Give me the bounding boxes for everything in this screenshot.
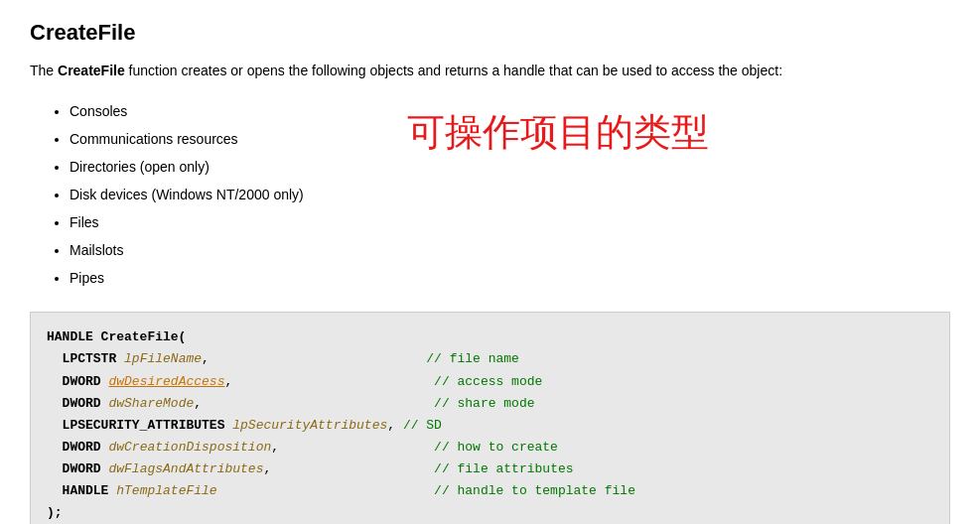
code-param-6: DWORD dwFlagsAndAttributes, // file attr…: [47, 458, 933, 480]
list-item: Disk devices (Windows NT/2000 only): [70, 181, 950, 208]
code-param-1: LPCTSTR lpFileName, // file name: [47, 348, 933, 370]
list-section: Consoles Communications resources Direct…: [30, 97, 950, 292]
intro-text-after: function creates or opens the following …: [125, 63, 782, 78]
code-param-2: DWORD dwDesiredAccess, // access mode: [47, 371, 933, 393]
intro-text-before: The: [30, 63, 58, 78]
page-title: CreateFile: [30, 20, 950, 46]
code-param-7: HANDLE hTemplateFile // handle to templa…: [47, 480, 933, 502]
intro-paragraph: The CreateFile function creates or opens…: [30, 60, 950, 81]
chinese-label: 可操作项目的类型: [407, 107, 709, 158]
code-close: );: [47, 502, 933, 524]
code-block: HANDLE CreateFile( LPCTSTR lpFileName, /…: [30, 312, 950, 524]
list-item: Pipes: [70, 264, 950, 292]
intro-bold: CreateFile: [58, 63, 125, 78]
code-function-signature: HANDLE CreateFile(: [47, 327, 933, 348]
code-param-5: DWORD dwCreationDisposition, // how to c…: [47, 437, 933, 458]
code-param-3: DWORD dwShareMode, // share mode: [47, 393, 933, 415]
list-item: Mailslots: [70, 236, 950, 264]
code-keyword: HANDLE CreateFile(: [47, 329, 186, 344]
list-item: Files: [70, 208, 950, 236]
code-param-4: LPSECURITY_ATTRIBUTES lpSecurityAttribut…: [47, 415, 933, 437]
